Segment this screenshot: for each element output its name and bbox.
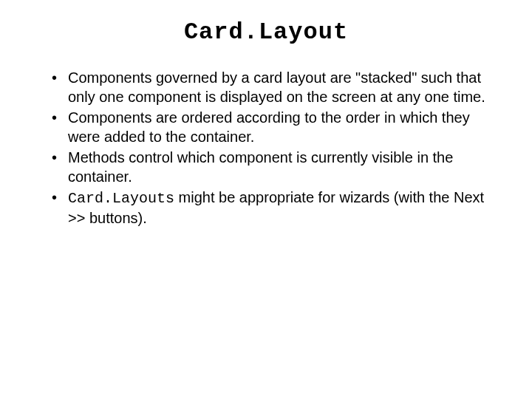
bullet-list: Components governed by a card layout are… <box>30 68 502 228</box>
list-item: Methods control which component is curre… <box>52 148 502 186</box>
page-title: Card.Layout <box>30 18 502 46</box>
list-item: Components are ordered according to the … <box>52 108 502 146</box>
list-item: Card.Layouts might be appropriate for wi… <box>52 188 502 228</box>
inline-code: Card.Layouts <box>68 190 174 207</box>
list-item: Components governed by a card layout are… <box>52 68 502 106</box>
